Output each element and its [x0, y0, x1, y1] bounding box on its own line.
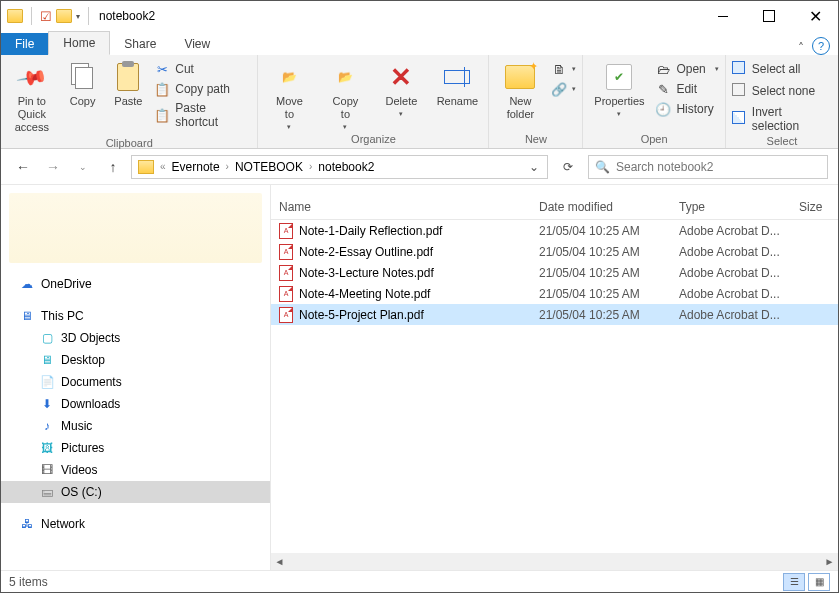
item-count: 5 items — [9, 575, 48, 589]
select-group: Select all Select none Invert selection … — [726, 55, 838, 148]
search-input[interactable]: 🔍 Search notebook2 — [588, 155, 828, 179]
easy-access-icon: 🔗 — [551, 81, 567, 97]
tree-item[interactable]: 📄Documents — [1, 371, 270, 393]
new-folder-icon — [505, 65, 535, 89]
window-title: notebook2 — [93, 9, 700, 23]
paste-button[interactable]: Paste — [109, 57, 149, 108]
help-icon[interactable]: ? — [812, 37, 830, 55]
view-tab[interactable]: View — [170, 33, 224, 55]
file-type: Adobe Acrobat D... — [671, 266, 791, 280]
icons-view-button[interactable]: ▦ — [808, 573, 830, 591]
chevron-right-icon[interactable]: « — [158, 161, 168, 172]
minimize-ribbon-icon[interactable]: ˄ — [790, 41, 812, 55]
delete-button[interactable]: ✕ Delete ▾ — [376, 57, 426, 118]
refresh-button[interactable]: ⟳ — [554, 160, 582, 174]
tree-item[interactable]: 🎞Videos — [1, 459, 270, 481]
recent-locations-button[interactable]: ⌄ — [71, 155, 95, 179]
folder-icon[interactable] — [56, 9, 72, 23]
tree-network[interactable]: 🖧Network — [1, 513, 270, 535]
tree-item-icon: 🖼 — [39, 440, 55, 456]
history-icon: 🕘 — [655, 101, 671, 117]
forward-button[interactable]: → — [41, 155, 65, 179]
minimize-button[interactable] — [700, 1, 746, 31]
tree-item-label: Desktop — [61, 353, 105, 367]
col-size[interactable]: Size — [791, 200, 831, 214]
clipboard-group: 📌 Pin to Quick access Copy Paste ✂Cut 📋C… — [1, 55, 258, 148]
tree-item[interactable]: 🖼Pictures — [1, 437, 270, 459]
tree-this-pc[interactable]: 🖥This PC — [1, 305, 270, 327]
invert-selection-button[interactable]: Invert selection — [732, 105, 832, 133]
crumb-evernote[interactable]: Evernote — [168, 160, 224, 174]
col-name[interactable]: Name — [271, 200, 531, 214]
tree-onedrive[interactable]: ☁OneDrive — [1, 273, 270, 295]
crumb-notebook2[interactable]: notebook2 — [314, 160, 378, 174]
open-button[interactable]: 🗁Open▾ — [655, 61, 718, 77]
open-icon: 🗁 — [655, 61, 671, 77]
file-row[interactable]: ANote-1-Daily Reflection.pdf21/05/04 10:… — [271, 220, 838, 241]
file-row[interactable]: ANote-4-Meeting Note.pdf21/05/04 10:25 A… — [271, 283, 838, 304]
chevron-right-icon[interactable]: › — [224, 161, 231, 172]
pin-to-quick-access-button[interactable]: 📌 Pin to Quick access — [7, 57, 57, 135]
file-tab[interactable]: File — [1, 33, 48, 55]
crumb-notebook[interactable]: NOTEBOOK — [231, 160, 307, 174]
new-item-button[interactable]: 🗎▾ — [551, 61, 576, 77]
history-button[interactable]: 🕘History — [655, 101, 718, 117]
file-row[interactable]: ANote-5-Project Plan.pdf21/05/04 10:25 A… — [271, 304, 838, 325]
file-name: Note-2-Essay Outline.pdf — [299, 245, 433, 259]
file-date: 21/05/04 10:25 AM — [531, 224, 671, 238]
col-type[interactable]: Type — [671, 200, 791, 214]
breadcrumb[interactable]: « Evernote › NOTEBOOK › notebook2 ⌄ — [131, 155, 548, 179]
copy-to-button[interactable]: 📂 Copy to ▾ — [320, 57, 370, 131]
easy-access-button[interactable]: 🔗▾ — [551, 81, 576, 97]
rename-button[interactable]: Rename — [432, 57, 482, 108]
tree-item-label: Downloads — [61, 397, 120, 411]
pdf-icon: A — [279, 244, 293, 260]
cut-button[interactable]: ✂Cut — [154, 61, 251, 77]
move-to-icon: 📂 — [273, 61, 305, 93]
tree-item-icon: ▢ — [39, 330, 55, 346]
select-all-button[interactable]: Select all — [732, 61, 832, 77]
home-tab[interactable]: Home — [48, 31, 110, 55]
scroll-right-icon[interactable]: ► — [821, 556, 838, 567]
properties-check-icon[interactable]: ☑ — [40, 9, 52, 24]
tree-item[interactable]: ⬇Downloads — [1, 393, 270, 415]
qat-dropdown-icon[interactable]: ▾ — [76, 12, 80, 21]
maximize-button[interactable] — [746, 1, 792, 31]
col-date[interactable]: Date modified — [531, 200, 671, 214]
paste-shortcut-button[interactable]: 📋Paste shortcut — [154, 101, 251, 129]
new-folder-button[interactable]: New folder — [495, 57, 545, 121]
copy-to-icon: 📂 — [329, 61, 361, 93]
details-view-button[interactable]: ☰ — [783, 573, 805, 591]
tree-item[interactable]: 🖥Desktop — [1, 349, 270, 371]
pin-icon: 📌 — [10, 55, 55, 100]
share-tab[interactable]: Share — [110, 33, 170, 55]
tree-item-icon: 🖴 — [39, 484, 55, 500]
folder-icon[interactable] — [7, 9, 23, 23]
copy-path-button[interactable]: 📋Copy path — [154, 81, 251, 97]
tree-item[interactable]: ▢3D Objects — [1, 327, 270, 349]
new-group: New folder 🗎▾ 🔗▾ New — [489, 55, 583, 148]
tree-item[interactable]: 🖴OS (C:) — [1, 481, 270, 503]
navigation-tree[interactable]: ☁OneDrive 🖥This PC ▢3D Objects🖥Desktop📄D… — [1, 185, 271, 570]
copy-button[interactable]: Copy — [63, 57, 103, 108]
file-row[interactable]: ANote-3-Lecture Notes.pdf21/05/04 10:25 … — [271, 262, 838, 283]
close-button[interactable]: ✕ — [792, 1, 838, 31]
edit-button[interactable]: ✎Edit — [655, 81, 718, 97]
status-bar: 5 items ☰ ▦ — [1, 570, 838, 592]
file-type: Adobe Acrobat D... — [671, 224, 791, 238]
select-none-button[interactable]: Select none — [732, 83, 832, 99]
move-to-button[interactable]: 📂 Move to ▾ — [264, 57, 314, 131]
horizontal-scrollbar[interactable]: ◄ ► — [271, 553, 838, 570]
address-dropdown-icon[interactable]: ⌄ — [523, 160, 545, 174]
properties-button[interactable]: Properties ▾ — [589, 57, 649, 118]
file-row[interactable]: ANote-2-Essay Outline.pdf21/05/04 10:25 … — [271, 241, 838, 262]
up-button[interactable]: ↑ — [101, 155, 125, 179]
pdf-icon: A — [279, 265, 293, 281]
scroll-left-icon[interactable]: ◄ — [271, 556, 288, 567]
file-name: Note-1-Daily Reflection.pdf — [299, 224, 442, 238]
chevron-right-icon[interactable]: › — [307, 161, 314, 172]
back-button[interactable]: ← — [11, 155, 35, 179]
tree-item-label: 3D Objects — [61, 331, 120, 345]
tree-item[interactable]: ♪Music — [1, 415, 270, 437]
pdf-icon: A — [279, 286, 293, 302]
